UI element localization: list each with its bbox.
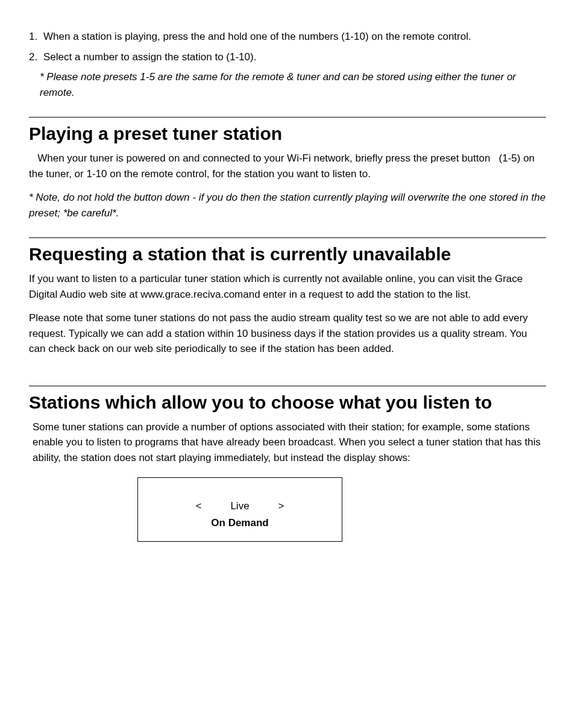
tuner-display-box: < Live > On Demand: [137, 477, 342, 542]
section-heading-stations-choose: Stations which allow you to choose what …: [29, 389, 546, 416]
chevron-left-icon: <: [195, 498, 201, 514]
list-text: Select a number to assign the station to…: [43, 49, 256, 65]
display-option-ondemand: On Demand: [144, 515, 336, 531]
ordered-list: 1. When a station is playing, press the …: [29, 29, 546, 100]
section-divider: [29, 237, 546, 238]
warning-note: * Note, do not hold the button down - if…: [29, 190, 546, 221]
chevron-right-icon: >: [278, 498, 284, 514]
list-item: 1. When a station is playing, press the …: [29, 29, 546, 45]
list-number: 2.: [29, 49, 43, 65]
section-heading-requesting-station: Requesting a station that is currently u…: [29, 240, 546, 268]
paragraph: Some tuner stations can provide a number…: [29, 419, 546, 466]
list-note: * Please note presets 1-5 are the same f…: [29, 69, 546, 100]
paragraph: Please note that some tuner stations do …: [29, 310, 546, 357]
paragraph: When your tuner is powered on and connec…: [29, 151, 546, 181]
list-number: 1.: [29, 29, 43, 45]
display-line-1: < Live >: [144, 498, 336, 514]
display-option-live: Live: [230, 498, 249, 514]
list-text: When a station is playing, press the and…: [43, 29, 471, 45]
paragraph: If you want to listen to a particular tu…: [29, 271, 546, 302]
section-divider: [29, 117, 546, 118]
section-divider: [29, 386, 546, 386]
list-item: 2. Select a number to assign the station…: [29, 49, 546, 65]
section-heading-playing-preset: Playing a preset tuner station: [29, 120, 546, 147]
